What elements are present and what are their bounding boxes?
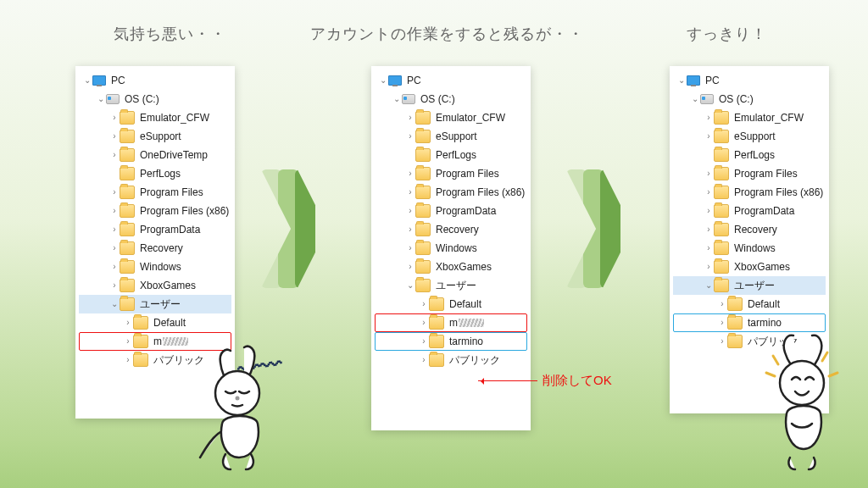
tree-item-recovery[interactable]: Recovery bbox=[673, 220, 826, 239]
tree-item-label: ProgramData bbox=[731, 202, 794, 220]
chevron-right-icon[interactable] bbox=[123, 332, 133, 351]
tree-item-m[interactable]: m bbox=[79, 332, 231, 351]
chevron-down-icon[interactable] bbox=[82, 71, 92, 90]
chevron-right-icon[interactable] bbox=[109, 276, 120, 295]
chevron-down-icon[interactable] bbox=[704, 276, 714, 295]
tree-item--[interactable]: ユーザー bbox=[673, 276, 826, 295]
tree-item-program-files[interactable]: Program Files bbox=[375, 164, 527, 183]
chevron-right-icon[interactable] bbox=[419, 313, 429, 332]
folder-icon bbox=[727, 316, 743, 330]
chevron-right-icon[interactable] bbox=[419, 332, 429, 351]
tree-item-windows[interactable]: Windows bbox=[79, 258, 231, 276]
chevron-right-icon[interactable] bbox=[419, 351, 429, 369]
drive-icon bbox=[106, 94, 120, 104]
tree-item-perflogs[interactable]: PerfLogs bbox=[79, 164, 231, 183]
chevron-right-icon[interactable] bbox=[704, 220, 714, 239]
chevron-right-icon[interactable] bbox=[405, 164, 415, 183]
chevron-right-icon[interactable] bbox=[109, 108, 120, 127]
tree-item--[interactable]: パブリック bbox=[79, 351, 231, 369]
chevron-right-icon[interactable] bbox=[109, 239, 120, 258]
tree-item-perflogs[interactable]: PerfLogs bbox=[375, 146, 527, 164]
chevron-right-icon[interactable] bbox=[717, 332, 727, 351]
chevron-right-icon[interactable] bbox=[109, 220, 120, 239]
tree-item-default[interactable]: Default bbox=[79, 313, 231, 332]
tree-item-default[interactable]: Default bbox=[673, 295, 826, 313]
chevron-right-icon[interactable] bbox=[109, 127, 120, 146]
tree-item-programdata[interactable]: ProgramData bbox=[79, 220, 231, 239]
chevron-down-icon[interactable] bbox=[690, 90, 700, 108]
tree-item-onedrivetemp[interactable]: OneDriveTemp bbox=[79, 146, 231, 164]
tree-item-esupport[interactable]: eSupport bbox=[79, 127, 231, 146]
tree-item-emulator-cfw[interactable]: Emulator_CFW bbox=[79, 108, 231, 127]
tree-item-perflogs[interactable]: PerfLogs bbox=[673, 146, 826, 164]
chevron-right-icon[interactable] bbox=[704, 239, 714, 258]
tree-item--[interactable]: ユーザー bbox=[79, 295, 231, 313]
chevron-right-icon[interactable] bbox=[704, 127, 714, 146]
tree-item-emulator-cfw[interactable]: Emulator_CFW bbox=[375, 108, 527, 127]
chevron-right-icon[interactable] bbox=[123, 313, 133, 332]
tree-item-program-files[interactable]: Program Files bbox=[673, 164, 826, 183]
chevron-right-icon[interactable] bbox=[704, 183, 714, 202]
tree-item--[interactable]: パブリック bbox=[375, 351, 527, 369]
tree-item-program-files-x86-[interactable]: Program Files (x86) bbox=[673, 183, 826, 202]
chevron-right-icon[interactable] bbox=[109, 183, 120, 202]
chevron-right-icon[interactable] bbox=[704, 108, 714, 127]
tree-item-pc[interactable]: PC bbox=[673, 71, 826, 90]
tree-item-esupport[interactable]: eSupport bbox=[375, 127, 527, 146]
pc-icon bbox=[92, 75, 106, 86]
chevron-right-icon[interactable] bbox=[419, 295, 429, 313]
folder-icon bbox=[415, 204, 431, 218]
tree-item-tarmino[interactable]: tarmino bbox=[375, 332, 527, 351]
chevron-down-icon[interactable] bbox=[96, 90, 106, 108]
tree-item-os-c-[interactable]: OS (C:) bbox=[673, 90, 826, 108]
tree-item-recovery[interactable]: Recovery bbox=[79, 239, 231, 258]
chevron-right-icon[interactable] bbox=[704, 164, 714, 183]
tree-item-windows[interactable]: Windows bbox=[673, 239, 826, 258]
chevron-down-icon[interactable] bbox=[676, 71, 687, 90]
chevron-right-icon[interactable] bbox=[717, 295, 727, 313]
chevron-down-icon[interactable] bbox=[405, 276, 415, 295]
tree-item-pc[interactable]: PC bbox=[375, 71, 527, 90]
chevron-right-icon[interactable] bbox=[405, 108, 415, 127]
chevron-right-icon[interactable] bbox=[405, 127, 415, 146]
tree-item-windows[interactable]: Windows bbox=[375, 239, 527, 258]
tree-item-programdata[interactable]: ProgramData bbox=[375, 202, 527, 220]
tree-item-label: Emulator_CFW bbox=[136, 108, 209, 127]
tree-item-label: PerfLogs bbox=[136, 164, 181, 183]
tree-item-recovery[interactable]: Recovery bbox=[375, 220, 527, 239]
tree-item-label: PerfLogs bbox=[731, 146, 775, 164]
chevron-right-icon[interactable] bbox=[405, 220, 415, 239]
tree-item-esupport[interactable]: eSupport bbox=[673, 127, 826, 146]
tree-item-program-files[interactable]: Program Files bbox=[79, 183, 231, 202]
tree-item--[interactable]: ユーザー bbox=[375, 276, 527, 295]
chevron-right-icon[interactable] bbox=[704, 258, 714, 276]
tree-item-m[interactable]: m bbox=[375, 313, 527, 332]
tree-item-pc[interactable]: PC bbox=[79, 71, 231, 90]
tree-item-os-c-[interactable]: OS (C:) bbox=[79, 90, 231, 108]
chevron-right-icon[interactable] bbox=[717, 313, 727, 332]
obscured-text bbox=[163, 337, 188, 346]
chevron-right-icon[interactable] bbox=[405, 258, 415, 276]
chevron-down-icon[interactable] bbox=[392, 90, 402, 108]
chevron-right-icon[interactable] bbox=[109, 202, 120, 220]
tree-item-programdata[interactable]: ProgramData bbox=[673, 202, 826, 220]
chevron-right-icon[interactable] bbox=[109, 258, 120, 276]
chevron-right-icon[interactable] bbox=[704, 202, 714, 220]
chevron-down-icon[interactable] bbox=[378, 71, 388, 90]
chevron-down-icon[interactable] bbox=[109, 295, 120, 313]
tree-item-xboxgames[interactable]: XboxGames bbox=[79, 276, 231, 295]
tree-item-default[interactable]: Default bbox=[375, 295, 527, 313]
tree-item-emulator-cfw[interactable]: Emulator_CFW bbox=[673, 108, 826, 127]
chevron-right-icon[interactable] bbox=[405, 183, 415, 202]
chevron-right-icon[interactable] bbox=[123, 351, 133, 369]
chevron-right-icon[interactable] bbox=[109, 146, 120, 164]
tree-item-os-c-[interactable]: OS (C:) bbox=[375, 90, 527, 108]
tree-item-program-files-x86-[interactable]: Program Files (x86) bbox=[375, 183, 527, 202]
tree-item-program-files-x86-[interactable]: Program Files (x86) bbox=[79, 202, 231, 220]
tree-item-xboxgames[interactable]: XboxGames bbox=[375, 258, 527, 276]
chevron-right-icon[interactable] bbox=[405, 202, 415, 220]
tree-item-tarmino[interactable]: tarmino bbox=[673, 313, 826, 332]
chevron-right-icon[interactable] bbox=[405, 239, 415, 258]
tree-item--[interactable]: パブリック bbox=[673, 332, 826, 351]
tree-item-xboxgames[interactable]: XboxGames bbox=[673, 258, 826, 276]
